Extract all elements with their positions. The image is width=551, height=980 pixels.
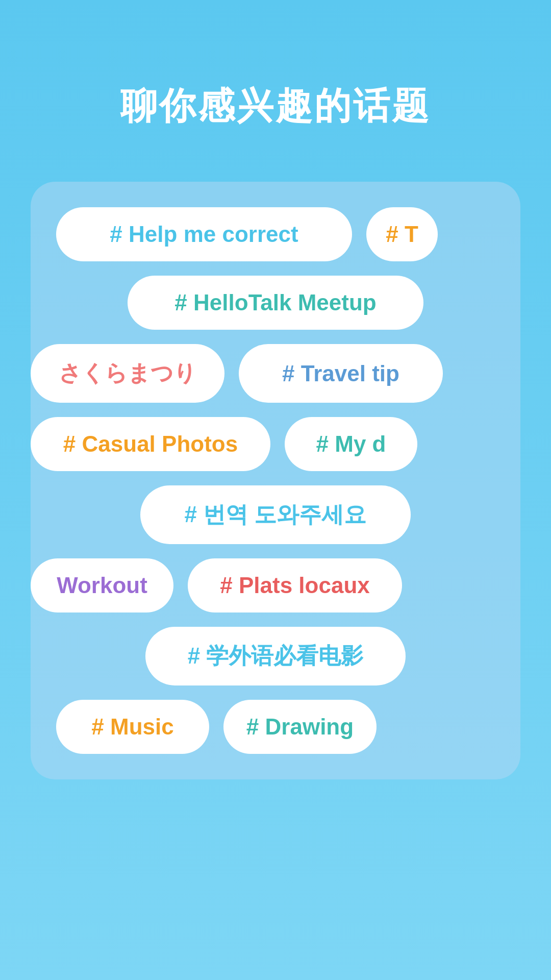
- topics-row-5: # 번역 도와주세요: [56, 485, 495, 544]
- tag-hellotalk-meetup[interactable]: # HelloTalk Meetup: [128, 276, 423, 330]
- tag-help-me-correct[interactable]: # Help me correct: [56, 207, 352, 261]
- topics-row-6: Workout # Plats locaux: [31, 558, 469, 612]
- topics-row-8: # Music # Drawing: [56, 700, 495, 754]
- topics-row-1: # Help me correct # T: [56, 207, 495, 261]
- tag-music[interactable]: # Music: [56, 700, 209, 754]
- topics-row-3: さくらまつり # Travel tip: [31, 344, 469, 403]
- tag-travel-tip[interactable]: # Travel tip: [239, 344, 443, 403]
- tag-casual-photos[interactable]: # Casual Photos: [31, 417, 270, 471]
- tag-drawing[interactable]: # Drawing: [223, 700, 377, 754]
- tag-plats-locaux[interactable]: # Plats locaux: [188, 558, 402, 612]
- topics-row-4: # Casual Photos # My d: [31, 417, 469, 471]
- tag-movie-language[interactable]: # 学外语必看电影: [145, 627, 406, 685]
- tag-sakura-matsuri[interactable]: さくらまつり: [31, 344, 224, 403]
- tag-my-d[interactable]: # My d: [285, 417, 417, 471]
- topics-row-2: # HelloTalk Meetup: [56, 276, 495, 330]
- page-background: 聊你感兴趣的话题 # Help me correct # T # HelloTa…: [0, 0, 551, 980]
- tag-korean-translation[interactable]: # 번역 도와주세요: [140, 485, 411, 544]
- topics-row-7: # 学外语必看电影: [56, 627, 495, 685]
- topics-card: # Help me correct # T # HelloTalk Meetup…: [31, 182, 520, 779]
- page-title: 聊你感兴趣的话题: [90, 82, 461, 131]
- tag-workout[interactable]: Workout: [31, 558, 173, 612]
- tag-partial-1[interactable]: # T: [366, 207, 438, 261]
